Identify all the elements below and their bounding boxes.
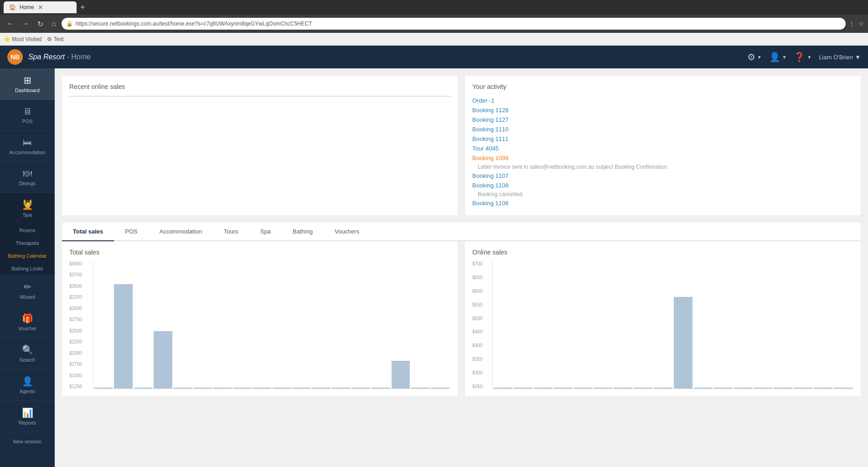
bar[interactable] (554, 388, 573, 389)
bar[interactable] (174, 388, 192, 389)
bookmark-test[interactable]: ⚙ Test (47, 36, 63, 42)
bar[interactable] (134, 388, 152, 389)
bar[interactable] (154, 331, 172, 389)
new-tab-button[interactable]: + (80, 3, 85, 12)
sidebar-item-label: POS (22, 119, 32, 124)
bar[interactable] (312, 388, 331, 389)
bar[interactable] (794, 388, 812, 389)
user-manage-icon[interactable]: 👤 ▼ (769, 52, 787, 62)
bar[interactable] (273, 388, 291, 389)
url-display: https://secure.netbookings.com.au/test/h… (76, 21, 841, 27)
bar[interactable] (392, 361, 410, 389)
bar[interactable] (574, 388, 593, 389)
sidebar-item-pos[interactable]: 🖥 POS (0, 100, 55, 131)
bar[interactable] (834, 388, 852, 389)
bookmarks-bar: ⭐ Most Visited ⚙ Test (0, 33, 868, 46)
bar[interactable] (694, 388, 713, 389)
bar[interactable] (514, 388, 532, 389)
user-menu[interactable]: Liam O'Brien ▼ (819, 54, 861, 61)
bar[interactable] (734, 388, 753, 389)
back-button[interactable]: ← (4, 18, 16, 30)
bar[interactable] (372, 388, 390, 389)
activity-booking-1110[interactable]: Booking 1110 (472, 125, 853, 134)
home-button[interactable]: ⌂ (49, 18, 59, 30)
sidebar-item-label: Dinings (19, 181, 36, 186)
sidebar-item-voucher[interactable]: 🎁 Voucher (0, 306, 55, 338)
bookmark-most-visited[interactable]: ⭐ Most Visited (4, 36, 41, 42)
sidebar-item-label: Wizard (20, 294, 35, 300)
activity-booking-1111[interactable]: Booking 1111 (472, 134, 853, 144)
wizard-icon: ✏ (24, 281, 31, 292)
bar[interactable] (431, 388, 449, 389)
y-label: $2750 (69, 317, 90, 322)
sidebar-item-spa[interactable]: 💆 Spa (0, 193, 55, 224)
y-axis-online: $700 $650 $600 $550 $500 $450 $400 $350 … (472, 261, 492, 389)
bar[interactable] (332, 388, 350, 389)
tab-close-button[interactable]: ✕ (38, 4, 43, 11)
bar[interactable] (292, 388, 310, 389)
y-label: $3750 (69, 272, 90, 277)
bar[interactable] (534, 388, 553, 389)
y-label: $350 (472, 357, 490, 362)
tab-vouchers[interactable]: Vouchers (324, 223, 370, 241)
sidebar-item-search[interactable]: 🔍 Search (0, 338, 55, 369)
sidebar-item-dinings[interactable]: 🍽 Dinings (0, 162, 55, 193)
y-label: $400 (472, 343, 490, 348)
address-bar[interactable]: 🔒 https://secure.netbookings.com.au/test… (62, 18, 846, 30)
sidebar-sub-bathing-limits[interactable]: Bathing Limits (0, 262, 55, 275)
browser-tab[interactable]: 🏠 Home ✕ (4, 1, 77, 13)
sidebar-item-new-session[interactable]: New session (0, 432, 55, 451)
sidebar-sub-therapists[interactable]: Therapists (0, 237, 55, 249)
activity-tour-4045[interactable]: Tour 4045 (472, 144, 853, 153)
bar[interactable] (94, 388, 113, 389)
bar[interactable] (114, 284, 132, 389)
tab-spa[interactable]: Spa (249, 223, 282, 241)
sidebar-item-wizard[interactable]: ✏ Wizard (0, 275, 55, 306)
bar[interactable] (594, 388, 612, 389)
bar[interactable] (714, 388, 733, 389)
tab-favicon: 🏠 (9, 4, 16, 10)
dinings-icon: 🍽 (23, 168, 32, 179)
bar[interactable] (233, 388, 251, 389)
y-label: $300 (472, 370, 490, 375)
sidebar-item-dashboard[interactable]: ⊞ Dashboard (0, 68, 55, 100)
bar[interactable] (352, 388, 370, 389)
bar[interactable] (614, 388, 632, 389)
bar[interactable] (634, 388, 652, 389)
reload-button[interactable]: ↻ (35, 18, 46, 30)
activity-booking-1128[interactable]: Booking 1128 (472, 105, 853, 115)
sidebar-sub-rooms[interactable]: Rooms (0, 224, 55, 237)
tab-pos[interactable]: POS (114, 223, 148, 241)
sidebar-item-agents[interactable]: 👤 Agents (0, 369, 55, 401)
bookmark-button[interactable]: ☆ (858, 20, 864, 27)
tab-tours[interactable]: Tours (213, 223, 249, 241)
extensions-button[interactable]: ⋮ (848, 20, 855, 27)
activity-booking-1098[interactable]: Booking 1098 (472, 153, 853, 163)
bar[interactable] (754, 388, 773, 389)
bar[interactable] (494, 388, 512, 389)
sidebar-sub-bathing-calendar[interactable]: Bathing Calendar (0, 249, 55, 262)
bar[interactable] (774, 388, 792, 389)
sidebar-item-accommodation[interactable]: 🛏 Accommodation (0, 131, 55, 162)
tab-bathing[interactable]: Bathing (282, 223, 324, 241)
activity-booking-1107[interactable]: Booking 1107 (472, 171, 853, 181)
bar[interactable] (253, 388, 271, 389)
bar[interactable] (654, 388, 672, 389)
tab-accommodation[interactable]: Accommodation (149, 223, 213, 241)
bar[interactable] (213, 388, 232, 389)
bar[interactable] (814, 388, 832, 389)
y-label: $650 (472, 275, 490, 280)
activity-booking-1127[interactable]: Booking 1127 (472, 115, 853, 125)
activity-booking-1106[interactable]: Booking 1106 (472, 198, 853, 208)
search-icon: 🔍 (22, 344, 33, 355)
settings-icon[interactable]: ⚙ ▼ (747, 52, 762, 62)
bar[interactable] (193, 388, 212, 389)
bar[interactable] (674, 297, 692, 389)
activity-order-1[interactable]: Order -1 (472, 96, 853, 105)
help-icon[interactable]: ❓ ▼ (794, 52, 811, 62)
sidebar-item-reports[interactable]: 📊 Reports (0, 401, 55, 432)
activity-booking-1108[interactable]: Booking 1108 (472, 181, 853, 190)
tab-total-sales[interactable]: Total sales (62, 223, 114, 241)
forward-button[interactable]: → (19, 18, 32, 30)
bar[interactable] (411, 388, 429, 389)
